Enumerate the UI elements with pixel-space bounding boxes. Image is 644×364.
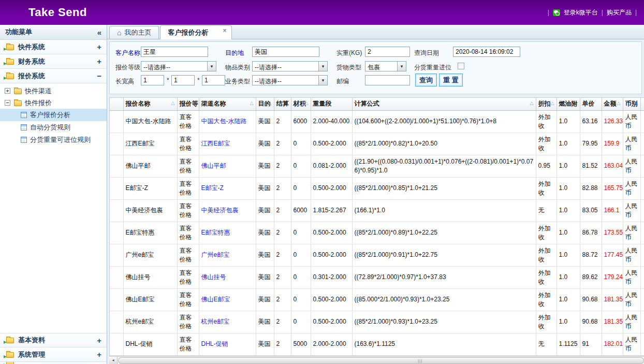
filter-panel: 客户名称 目的地 实重(KG) 查询日期 报价等级 --请选择-- ▼ 物品类别… (109, 41, 642, 94)
cell-grade: 直客价格 (177, 110, 199, 133)
column-header-discount[interactable]: △折扣 (536, 98, 557, 110)
cell-fuel: 1.0 (557, 199, 580, 222)
column-header-volume[interactable]: △材积 (291, 98, 311, 110)
expand-box-icon[interactable]: + (5, 88, 10, 94)
sidebar-section-quote-system[interactable]: 报价系统 − (0, 69, 107, 83)
column-header-fuel[interactable]: △燃油附 (557, 98, 580, 110)
column-header-name[interactable]: △报价名称 (123, 98, 177, 110)
search-button[interactable]: 查询 (415, 74, 437, 86)
cell-discount: 外加收 (536, 266, 557, 288)
column-header-formula[interactable]: △计算公式 (352, 98, 536, 110)
cell-weight: 0.500-2.000 (311, 222, 352, 244)
cell-currency: 人民币 (623, 155, 640, 177)
cell-volume: 0 (291, 266, 311, 288)
carry-checkbox[interactable] (458, 63, 464, 69)
cell-name: 佛山挂号 (123, 266, 177, 288)
column-header-currency[interactable]: △币别 (623, 98, 640, 110)
cell-cut (640, 266, 644, 288)
channel-link[interactable]: 杭州e邮宝 (201, 318, 230, 325)
channel-link[interactable]: 中国大包-水陆路 (201, 118, 247, 125)
channel-link[interactable]: 江西E邮宝 (201, 140, 230, 147)
sort-icon: △ (250, 100, 254, 106)
scroll-left-arrow[interactable]: ◂ (109, 357, 118, 364)
column-header-unit: 单价 (580, 98, 602, 110)
expand-icon[interactable]: + (97, 350, 101, 359)
destination-input[interactable] (252, 47, 319, 57)
cell-grade: 直客价格 (177, 133, 199, 155)
sidebar-item-customer-quote-analysis[interactable]: 客户报价分析 (0, 109, 107, 121)
column-header-channel[interactable]: △渠道名称 (199, 98, 256, 110)
sidebar-section-system-management[interactable]: 系统管理 + (0, 347, 107, 362)
cell-cut (640, 133, 644, 155)
channel-link[interactable]: 广州e邮宝 (201, 251, 230, 258)
column-header-settle[interactable]: △结算 (274, 98, 291, 110)
collapse-sidebar-button[interactable]: « (97, 28, 101, 37)
sidebar-section-partial (0, 362, 107, 364)
cell-currency: 人民币 (623, 222, 640, 244)
channel-link[interactable]: E邮宝-Z (201, 184, 224, 192)
business-type-label: 业务类型 (225, 77, 250, 86)
weight-input[interactable] (365, 47, 410, 57)
sort-icon: △ (617, 100, 621, 106)
folder-icon (5, 351, 14, 358)
length-input[interactable] (141, 75, 164, 85)
cell-sel (110, 222, 123, 244)
scrollbar-thumb[interactable]: ||| (118, 357, 644, 364)
channel-link[interactable]: 佛山E邮宝 (201, 296, 230, 303)
cell-grade: 直客价格 (177, 311, 199, 333)
cell-fuel: 1.0 (557, 222, 580, 244)
business-type-select[interactable]: --请选择-- ▼ (252, 75, 328, 85)
sidebar-item-split-weight-carry-rules[interactable]: 分货重量可进位规则 (0, 134, 107, 146)
sidebar-section-express-system[interactable]: 快件系统 + (0, 40, 107, 54)
expand-icon[interactable]: + (97, 57, 101, 66)
cell-channel: E邮宝特惠 (199, 222, 256, 244)
cell-unit: 90.68 (580, 288, 602, 311)
width-input[interactable] (171, 75, 195, 85)
tab-label: 客户报价分析 (168, 28, 208, 37)
sidebar-section-finance-system[interactable]: 财务系统 + (0, 54, 107, 69)
cell-amount: 182.01 (602, 333, 623, 355)
collapse-icon[interactable]: − (97, 71, 101, 80)
cell-volume: 6000 (291, 199, 311, 222)
expand-icon[interactable]: + (97, 336, 101, 345)
channel-link[interactable]: 佛山挂号 (201, 273, 226, 281)
destination-label: 目的地 (225, 49, 244, 57)
cell-channel: E邮宝-Z (199, 177, 256, 199)
channel-link[interactable]: 中美经济包裹 (201, 207, 239, 214)
channel-link[interactable]: E邮宝特惠 (201, 229, 230, 236)
query-date-input[interactable] (453, 47, 520, 57)
item-type-select[interactable]: --请选择-- ▼ (252, 61, 328, 71)
channel-link[interactable]: 佛山平邮 (201, 162, 226, 169)
cell-volume: 0 (291, 288, 311, 311)
cell-fuel: 1.0 (557, 133, 580, 155)
cell-grade: 直客价格 (177, 266, 199, 288)
zip-input[interactable] (365, 75, 410, 85)
cell-discount: 外加收 (536, 133, 557, 155)
table-icon (21, 112, 27, 118)
customer-name-input[interactable] (141, 47, 208, 57)
login-kwei-link[interactable]: 登录k微平台 (564, 8, 598, 17)
horizontal-scrollbar[interactable]: ◂ ||| (109, 356, 644, 364)
quote-result-table: △报价名称报价等△渠道名称△目的△结算△材积重量段△计算公式△折扣△燃油附单价△… (110, 98, 644, 356)
column-header-amount[interactable]: △金额 (602, 98, 623, 110)
expand-icon[interactable]: + (97, 42, 101, 51)
cell-currency: 人民币 (623, 333, 640, 355)
cell-name: 佛山平邮 (123, 155, 177, 177)
tab-home[interactable]: ⌂ 我的主页 (109, 26, 159, 39)
channel-link[interactable]: DHL-促销 (201, 340, 228, 347)
cell-unit: 81.52 (580, 155, 602, 177)
sidebar-item-auto-split-rules[interactable]: 自动分货规则 (0, 121, 107, 134)
close-tab-icon[interactable]: × (223, 27, 226, 34)
column-header-dest[interactable]: △目的 (256, 98, 274, 110)
sidebar-section-basic-data[interactable]: 基本资料 + (0, 333, 107, 347)
tree-node-express-channel[interactable]: + 快件渠道 (0, 85, 107, 97)
buy-product-link[interactable]: 购买产品 (607, 8, 632, 17)
cell-volume: 0 (291, 155, 311, 177)
cargo-type-select[interactable]: 包裹 ▼ (365, 61, 406, 71)
quote-grade-select[interactable]: --请选择-- ▼ (141, 61, 216, 71)
tree-node-express-quote[interactable]: − 快件报价 (0, 97, 107, 109)
height-input[interactable] (202, 75, 225, 85)
tab-customer-quote-analysis[interactable]: 客户报价分析 × (160, 25, 232, 39)
collapse-box-icon[interactable]: − (5, 100, 10, 106)
reset-button[interactable]: 重 置 (439, 74, 463, 86)
